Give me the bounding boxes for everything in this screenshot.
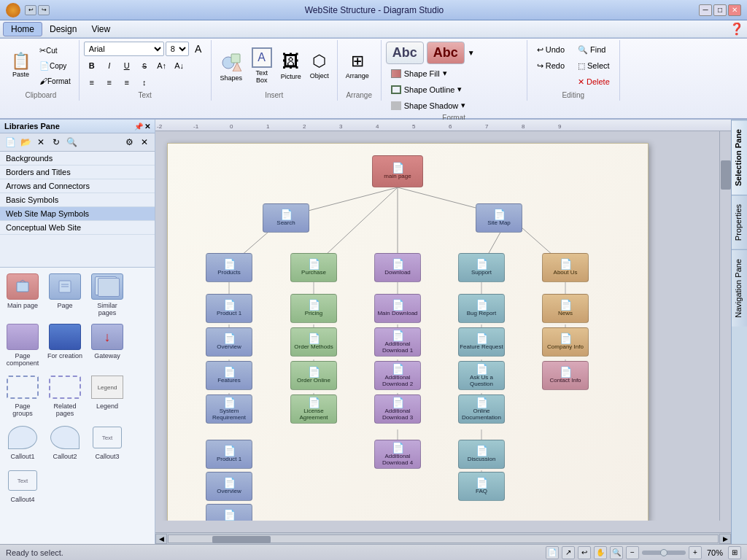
node-license[interactable]: 📄 License Agreement xyxy=(290,394,337,424)
shape-callout2[interactable]: Callout2 xyxy=(45,421,85,462)
library-item-arrows[interactable]: Arrows and Connectors xyxy=(0,179,155,193)
shape-mainpage[interactable]: Main page xyxy=(3,271,42,318)
shape-related-pages[interactable]: Related pages xyxy=(45,371,85,419)
node-about-us[interactable]: 📄 About Us xyxy=(542,253,589,282)
node-features1[interactable]: 📄 Features xyxy=(206,361,252,390)
node-main-download[interactable]: 📄 Main Download xyxy=(374,294,421,323)
object-button[interactable]: ⬡ Object xyxy=(306,44,333,88)
library-item-backgrounds[interactable]: Backgrounds xyxy=(0,152,155,166)
select-button[interactable]: ⬚ Select xyxy=(573,58,615,73)
shape-page-component[interactable]: Page component xyxy=(3,321,42,368)
zoom-slider[interactable] xyxy=(642,551,686,555)
status-icon-3[interactable]: ↩ xyxy=(578,546,591,559)
library-item-basic[interactable]: Basic Symbols xyxy=(0,193,155,207)
hscroll-track[interactable] xyxy=(168,534,719,543)
find-button[interactable]: 🔍 Find xyxy=(573,42,615,57)
menu-view[interactable]: View xyxy=(84,23,117,36)
node-products[interactable]: 📄 Products xyxy=(206,253,252,282)
font-color-button[interactable]: A xyxy=(190,42,206,56)
shape-callout1[interactable]: Callout1 xyxy=(3,421,42,462)
status-icon-4[interactable]: ✋ xyxy=(594,546,607,559)
underline-button[interactable]: U xyxy=(119,58,135,73)
picture-button[interactable]: 🖼 Picture xyxy=(277,44,305,88)
node-addl2[interactable]: 📄 Additional Download 2 xyxy=(374,361,421,390)
node-contact-info[interactable]: 📄 Contact Info xyxy=(542,361,589,390)
navigation-pane-tab[interactable]: Navigation Pane xyxy=(732,249,747,327)
node-order-methods[interactable]: 📄 Order Methods xyxy=(290,327,337,357)
help-icon[interactable]: ❓ xyxy=(729,23,744,35)
text-style-button-1[interactable]: Abc xyxy=(386,42,424,64)
node-sitemap[interactable]: 📄 Site Map xyxy=(476,203,522,233)
canvas-viewport[interactable]: 📄 main page 📄 Search 📄 Site Map xyxy=(155,131,719,521)
node-features2[interactable]: 📄 Features xyxy=(206,504,252,521)
shape-callout3[interactable]: Text Callout3 xyxy=(88,421,127,462)
hscroll-left-btn[interactable]: ◀ xyxy=(155,534,167,544)
status-icon-5[interactable]: 🔍 xyxy=(610,546,623,559)
node-addl1[interactable]: 📄 Additional Download 1 xyxy=(374,327,421,357)
hscroll-thumb[interactable] xyxy=(212,536,271,543)
library-item-conceptual[interactable]: Conceptual Web Site xyxy=(0,221,155,235)
selection-pane-tab[interactable]: Selection Pane xyxy=(732,120,747,195)
node-main-page[interactable]: 📄 main page xyxy=(372,155,423,187)
horizontal-scrollbar[interactable]: ◀ ▶ xyxy=(155,532,731,544)
node-purchase[interactable]: 📄 Purchase xyxy=(290,253,337,282)
libraries-close-button[interactable]: ✕ xyxy=(144,122,150,131)
vertical-scrollbar[interactable] xyxy=(719,131,731,521)
pane-tool-open[interactable]: 📂 xyxy=(18,135,33,149)
shape-similar-pages[interactable]: Similar pages xyxy=(88,271,127,318)
library-item-borders[interactable]: Borders and Titles xyxy=(0,166,155,179)
zoom-slider-thumb[interactable] xyxy=(660,549,667,556)
text-style-button-2[interactable]: Abc xyxy=(427,42,465,64)
shape-legend[interactable]: Legend Legend xyxy=(88,371,127,419)
diagram-paper[interactable]: 📄 main page 📄 Search 📄 Site Map xyxy=(167,143,649,521)
shape-outline-button[interactable]: Shape Outline ▾ xyxy=(386,82,522,96)
shape-for-creation[interactable]: For creation xyxy=(45,321,85,368)
status-icon-1[interactable]: 📄 xyxy=(546,546,559,559)
shape-page-groups[interactable]: Page groups xyxy=(3,371,42,419)
align-left-button[interactable]: ≡ xyxy=(84,75,100,90)
node-addl4[interactable]: 📄 Additional Download 4 xyxy=(374,440,421,469)
zoom-out-button[interactable]: − xyxy=(626,546,639,559)
shape-callout4[interactable]: Text Callout4 xyxy=(3,464,42,505)
node-news[interactable]: 📄 News xyxy=(542,294,589,323)
pane-tool-settings[interactable]: ⚙ xyxy=(122,135,136,149)
vscroll-thumb[interactable] xyxy=(721,160,731,190)
more-styles-button[interactable]: ▼ xyxy=(468,49,475,57)
delete-button[interactable]: ✕ Delete xyxy=(573,74,615,89)
node-overview1[interactable]: 📄 Overview xyxy=(206,327,252,357)
menu-home[interactable]: Home xyxy=(3,22,42,36)
grow-font-button[interactable]: A↑ xyxy=(154,58,170,73)
shape-fill-button[interactable]: Shape Fill ▾ xyxy=(386,66,522,80)
node-online-doc[interactable]: 📄 Online Documentation xyxy=(458,394,505,424)
copy-button[interactable]: 📄 Copy xyxy=(36,59,74,73)
canvas-scroll[interactable]: 📄 main page 📄 Search 📄 Site Map xyxy=(155,131,731,532)
shape-page[interactable]: Page xyxy=(45,271,85,318)
undo-button[interactable]: ↩ Undo xyxy=(532,42,570,57)
node-faq[interactable]: 📄 FAQ xyxy=(458,472,505,501)
shape-shadow-button[interactable]: Shape Shadow ▾ xyxy=(386,98,522,112)
maximize-button[interactable]: □ xyxy=(713,4,727,16)
close-button[interactable]: ✕ xyxy=(728,4,741,16)
font-family-select[interactable]: Arial xyxy=(84,42,164,56)
cut-button[interactable]: ✂ Cut xyxy=(36,44,74,58)
bold-button[interactable]: B xyxy=(84,58,100,73)
shape-shadow-dropdown[interactable]: ▾ xyxy=(461,101,465,110)
fit-page-button[interactable]: ⊞ xyxy=(728,546,741,559)
shape-gateway[interactable]: ↓ Gateway xyxy=(88,321,127,368)
textbox-button[interactable]: A TextBox xyxy=(248,44,276,88)
library-item-websitemap[interactable]: Web Site Map Symbols xyxy=(0,207,155,221)
hscroll-right-btn[interactable]: ▶ xyxy=(719,534,731,544)
node-discussion[interactable]: 📄 Discussion xyxy=(458,440,505,469)
node-product2[interactable]: 📄 Product 1 xyxy=(206,440,252,469)
status-icon-2[interactable]: ↗ xyxy=(562,546,575,559)
libraries-pin-button[interactable]: 📌 xyxy=(134,122,143,131)
node-pricing[interactable]: 📄 Pricing xyxy=(290,294,337,323)
node-support[interactable]: 📄 Support xyxy=(458,253,505,282)
pane-tool-new[interactable]: 📄 xyxy=(3,135,18,149)
redo-button[interactable]: ↪ Redo xyxy=(532,58,570,73)
pane-tool-search[interactable]: 🔍 xyxy=(64,135,79,149)
quick-access-btn2[interactable]: ↪ xyxy=(38,5,50,15)
node-bug-report[interactable]: 📄 Bug Report xyxy=(458,294,505,323)
pane-tool-refresh[interactable]: ↻ xyxy=(49,135,63,149)
minimize-button[interactable]: ─ xyxy=(699,4,712,16)
